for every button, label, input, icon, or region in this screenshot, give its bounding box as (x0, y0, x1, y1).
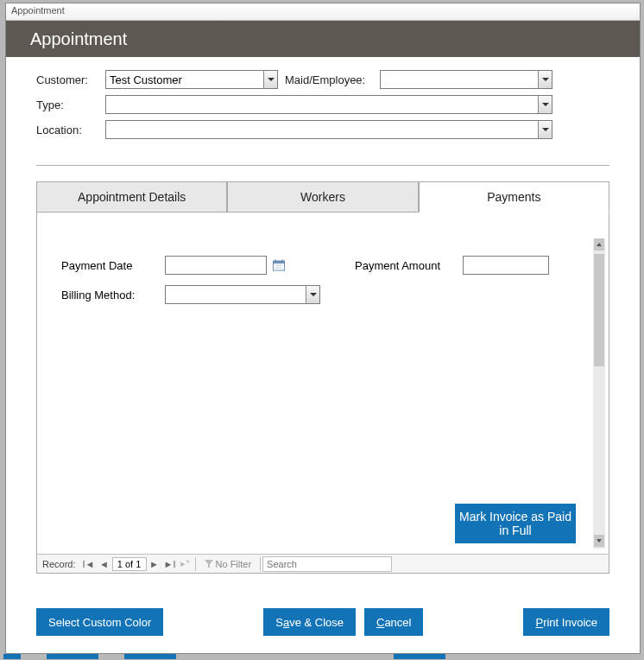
location-label: Location: (36, 124, 105, 136)
employee-input[interactable] (380, 70, 552, 89)
select-color-button[interactable]: Select Custom Color (36, 608, 163, 636)
filter-icon (205, 560, 213, 568)
customer-label: Customer: (36, 73, 105, 86)
tab-workers[interactable]: Workers (227, 181, 418, 213)
scrollbar[interactable] (593, 238, 605, 549)
tab-panel-payments: Payment Date Payment Amount Billing Meth… (36, 213, 609, 574)
tab-payments[interactable]: Payments (419, 181, 609, 213)
chevron-down-icon[interactable] (538, 96, 552, 113)
form-top: Customer: Maid/Employee: Type: Location: (6, 57, 640, 158)
payment-amount-label: Payment Amount (355, 259, 463, 272)
nav-new-icon: ▸* (178, 555, 193, 573)
type-input[interactable] (105, 95, 552, 114)
type-combo[interactable] (105, 95, 552, 114)
chevron-down-icon[interactable] (538, 71, 552, 88)
scroll-down-icon[interactable] (594, 535, 604, 547)
print-invoice-button[interactable]: Print Invoice (523, 608, 609, 636)
employee-label: Maid/Employee: (285, 73, 380, 86)
tab-appointment-details[interactable]: Appointment Details (36, 181, 227, 213)
billing-method-input[interactable] (165, 285, 320, 304)
page-title: Appointment (30, 29, 127, 49)
button-bar: Select Custom Color Save & Close Cancel … (6, 608, 640, 636)
location-input[interactable] (105, 120, 552, 139)
tabs-area: Appointment Details Workers Payments Pay… (36, 181, 609, 574)
customer-input[interactable] (105, 70, 278, 89)
nav-last-icon[interactable]: ►I (162, 555, 178, 573)
location-combo[interactable] (105, 120, 552, 139)
window-titlebar: Appointment (6, 3, 640, 21)
payment-amount-input[interactable] (463, 256, 549, 275)
cancel-button[interactable]: Cancel (364, 608, 423, 636)
nav-next-icon[interactable]: ► (147, 555, 162, 573)
record-position-input[interactable] (112, 557, 147, 571)
header-bar: Appointment (6, 21, 640, 57)
nav-first-icon[interactable]: I◄ (81, 555, 97, 573)
scroll-up-icon[interactable] (594, 238, 604, 251)
payments-form: Payment Date Payment Amount Billing Meth… (44, 238, 591, 549)
payment-date-input[interactable] (165, 256, 267, 275)
filter-indicator[interactable]: No Filter (198, 559, 259, 569)
chevron-down-icon[interactable] (263, 71, 277, 88)
chevron-down-icon[interactable] (538, 121, 552, 138)
save-close-button[interactable]: Save & Close (263, 608, 356, 636)
payment-date-label: Payment Date (61, 259, 165, 272)
employee-combo[interactable] (380, 70, 552, 89)
scroll-thumb[interactable] (594, 254, 604, 366)
mark-paid-button[interactable]: Mark Invoice as Paid in Full (455, 504, 576, 543)
record-label: Record: (37, 559, 81, 569)
calendar-icon[interactable] (272, 258, 286, 272)
billing-method-combo[interactable] (165, 285, 320, 304)
type-label: Type: (36, 98, 105, 111)
nav-prev-icon[interactable]: ◄ (97, 555, 112, 573)
billing-method-label: Billing Method: (61, 289, 165, 301)
separator (36, 165, 609, 166)
background-partial (0, 654, 644, 659)
tab-strip: Appointment Details Workers Payments (36, 181, 609, 213)
customer-combo[interactable] (105, 70, 278, 89)
chevron-down-icon[interactable] (306, 286, 319, 303)
appointment-window: Appointment Appointment Customer: Maid/E… (5, 3, 641, 654)
record-search-input[interactable] (262, 556, 392, 572)
record-navigator: Record: I◄ ◄ ► ►I ▸* No Filter (37, 554, 609, 573)
window-title: Appointment (11, 5, 65, 16)
